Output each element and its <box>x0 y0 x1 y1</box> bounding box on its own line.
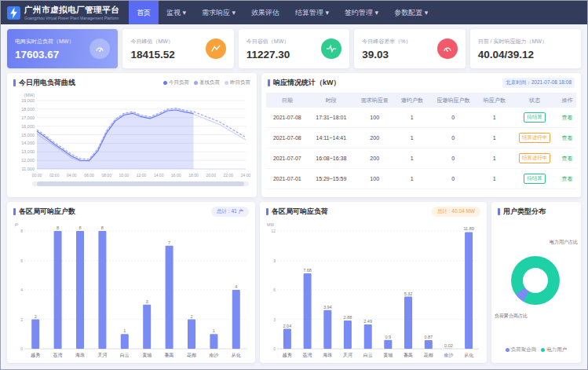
svg-text:8: 8 <box>20 229 23 233</box>
legend-item-0[interactable]: 今日负荷 <box>163 79 189 86</box>
title-accent-bar <box>13 79 16 86</box>
response-stats-panel: 响应情况统计（kW） 北京时间：2021-07-08 18:08 日期时段需求响… <box>261 73 581 197</box>
svg-text:12: 12 <box>271 229 276 233</box>
table-column-header: 日期 <box>266 93 309 108</box>
cell-invited: 1 <box>395 148 429 169</box>
legend-dot <box>163 81 167 85</box>
svg-text:0: 0 <box>273 346 276 351</box>
load-curve-chart: (MW)11,00012,00013,00014,00015,00016,000… <box>12 91 252 179</box>
svg-text:MW: MW <box>267 222 274 227</box>
svg-text:11,000: 11,000 <box>22 167 35 171</box>
status-badge: 结算进行中 <box>519 153 551 163</box>
beijing-time-tag: 北京时间：2021-07-08 18:08 <box>502 78 575 88</box>
svg-text:06:00: 06:00 <box>84 173 94 178</box>
svg-text:02:00: 02:00 <box>49 173 60 178</box>
svg-text:2.88: 2.88 <box>344 315 352 320</box>
svg-text:3: 3 <box>273 317 276 322</box>
cell-amount: 100 <box>354 108 395 128</box>
households-title: 各区局可响应户数 <box>19 207 75 217</box>
kpi-text: 今日谷值（MW） 11227.30 <box>247 38 290 60</box>
table-column-header: 需求响应量 <box>354 93 395 108</box>
svg-text:(MW): (MW) <box>24 93 35 97</box>
svg-text:天河: 天河 <box>97 353 107 357</box>
view-link[interactable]: 查看 <box>562 135 573 141</box>
chart-zoom-handle[interactable] <box>37 181 245 186</box>
cell-accepted: 0 <box>429 108 477 128</box>
power-user-callout: 电力用户占比 <box>550 239 578 246</box>
kpi-row: 电网实时总负荷（MW） 17603.67 今日峰值（MW） 18415.52 今… <box>7 29 581 68</box>
table-row: 2021-07-01 15:29~15:59 100 1 0 1 待结算 查看 <box>266 169 576 189</box>
legend-item-2[interactable]: 昨日负荷 <box>225 79 250 86</box>
svg-text:15,000: 15,000 <box>21 133 35 137</box>
view-link[interactable]: 查看 <box>562 115 573 120</box>
kpi-value: 18415.52 <box>130 49 174 60</box>
title-accent-bar <box>268 79 270 86</box>
cell-period: 14:11~14:41 <box>309 128 354 148</box>
svg-text:从化: 从化 <box>464 353 473 358</box>
cell-date: 2021-07-07 <box>266 148 309 169</box>
svg-text:3: 3 <box>146 299 148 304</box>
kpi-text: 日前 / 实时响应能力（MW） 40.04/39.12 <box>478 38 547 60</box>
cell-date: 2021-07-01 <box>266 169 309 189</box>
cell-accepted: 0 <box>429 148 477 169</box>
table-column-header: 应邀响应户数 <box>429 93 477 108</box>
nav-item-0[interactable]: 首页 <box>129 1 159 24</box>
app-title: 广州市虚拟电厂管理平台 <box>24 5 119 16</box>
view-link[interactable]: 查看 <box>562 156 573 161</box>
svg-text:9: 9 <box>273 258 276 263</box>
svg-text:花都: 花都 <box>187 353 196 358</box>
svg-text:10:00: 10:00 <box>119 173 130 178</box>
cell-accepted: 0 <box>429 169 477 189</box>
kpi-text: 今日峰值（MW） 18415.52 <box>130 38 174 60</box>
legend-item-1[interactable]: 基线负荷 <box>194 79 220 86</box>
svg-text:越秀: 越秀 <box>31 352 40 358</box>
svg-text:22:00: 22:00 <box>224 173 234 178</box>
svg-text:7.68: 7.68 <box>303 268 312 273</box>
nav-item-1[interactable]: 监视 ▾ <box>159 1 194 24</box>
svg-text:24:00: 24:00 <box>241 173 251 178</box>
svg-text:6: 6 <box>273 288 276 292</box>
svg-text:8: 8 <box>57 225 59 230</box>
svg-text:5.32: 5.32 <box>404 291 413 296</box>
nav-item-4[interactable]: 结算管理 ▾ <box>287 1 337 24</box>
view-link[interactable]: 查看 <box>562 176 573 181</box>
cell-accepted: 0 <box>429 128 477 148</box>
legend-label: 昨日负荷 <box>230 79 250 86</box>
svg-text:户: 户 <box>14 222 18 227</box>
peak-icon <box>206 38 226 59</box>
svg-text:0.9: 0.9 <box>385 335 392 339</box>
svg-text:11.89: 11.89 <box>463 226 473 231</box>
load-curve-header: 今日用电负荷曲线 今日负荷基线负荷昨日负荷 <box>7 73 257 91</box>
cell-invited: 1 <box>395 169 429 189</box>
nav-item-3[interactable]: 效果评估 <box>243 1 287 24</box>
cell-amount: 200 <box>354 128 395 148</box>
svg-text:12:00: 12:00 <box>137 173 147 178</box>
user-type-legend: 负荷聚合商电力用户 <box>491 346 581 354</box>
svg-text:番禺: 番禺 <box>165 352 174 358</box>
svg-text:14:00: 14:00 <box>154 173 164 178</box>
svg-text:19,000: 19,000 <box>21 98 35 103</box>
status-badge: 待结算 <box>524 174 546 184</box>
chart-zoom-slider[interactable] <box>32 181 249 186</box>
kpi-value: 17603.67 <box>15 49 74 60</box>
legend-label: 电力用户 <box>546 346 567 354</box>
nav-item-2[interactable]: 需求响应 ▾ <box>194 1 243 24</box>
nav-item-5[interactable]: 签约管理 ▾ <box>337 1 386 24</box>
cell-responded: 1 <box>477 169 511 189</box>
svg-text:20:00: 20:00 <box>206 173 216 178</box>
user-type-header: 用户类型分布 <box>491 202 581 220</box>
svg-text:荔湾: 荔湾 <box>53 352 63 358</box>
svg-text:黄埔: 黄埔 <box>142 353 152 357</box>
cell-date: 2021-07-08 <box>266 108 309 128</box>
nav-item-6[interactable]: 参数配置 ▾ <box>386 1 436 24</box>
kpi-label: 今日峰值（MW） <box>130 38 174 46</box>
cell-date: 2021-07-08 <box>266 128 309 148</box>
cell-amount: 200 <box>354 148 395 169</box>
pie-legend-item-0[interactable]: 负荷聚合商 <box>506 346 537 354</box>
svg-text:16,000: 16,000 <box>21 124 35 129</box>
pie-legend-item-1[interactable]: 电力用户 <box>541 346 567 354</box>
title-accent-bar <box>498 208 500 215</box>
cell-responded: 1 <box>477 148 511 169</box>
legend-dot <box>194 81 198 85</box>
svg-text:天河: 天河 <box>343 353 352 357</box>
